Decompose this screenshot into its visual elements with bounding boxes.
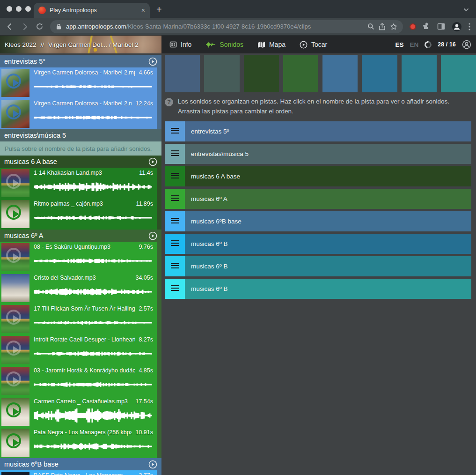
track-row[interactable]: entrevistas 5º (165, 121, 471, 141)
sidebar-section-header[interactable]: entrevistas 5° (0, 55, 161, 67)
bookmark-star-icon[interactable] (390, 23, 397, 30)
track-drag-handle[interactable] (165, 166, 185, 186)
track-row[interactable]: musicas 6º A (165, 189, 471, 209)
palette-swatch[interactable] (362, 55, 397, 92)
track-name-button[interactable]: entrevistas 5º (185, 121, 471, 141)
language-es-button[interactable]: ES (395, 41, 403, 48)
section-play-button[interactable] (148, 231, 157, 240)
track-name-button[interactable]: musicas 6 A base (185, 166, 471, 186)
window-minimize-button[interactable] (16, 6, 22, 12)
forward-button[interactable] (21, 22, 29, 31)
share-icon[interactable] (379, 23, 386, 30)
clip-item[interactable]: Virgen Carmen Dolorosa - Maribel 2.mp34.… (0, 67, 157, 98)
sidebar-section-header[interactable]: entrevistas\música 5 (0, 129, 161, 141)
clip-item[interactable]: Ritmo palmas _ cajón.mp311.89s (0, 199, 157, 230)
browser-menu-kebab-icon[interactable] (469, 23, 470, 30)
browser-tab[interactable]: Play Antropoloops × (34, 3, 150, 18)
clip-waveform[interactable] (34, 438, 153, 456)
track-row[interactable]: musicas 6 A base (165, 166, 471, 186)
palette-swatch[interactable] (283, 55, 318, 92)
track-drag-handle[interactable] (165, 121, 185, 141)
side-panel-icon[interactable] (437, 22, 445, 30)
clip-thumbnail-player[interactable] (1, 243, 29, 271)
track-drag-handle[interactable] (165, 211, 185, 231)
reload-button[interactable] (36, 22, 44, 30)
palette-swatch[interactable] (402, 55, 437, 92)
clip-waveform[interactable] (34, 252, 153, 271)
clip-item[interactable]: 17 Till Flickan Som Är Tusen År-Halling … (0, 304, 157, 334)
palette-swatch[interactable] (441, 55, 476, 92)
palette-swatch[interactable] (244, 55, 279, 92)
track-name-button[interactable]: entrevistas\música 5 (185, 144, 471, 164)
sidebar-section-header[interactable]: musicas 6ºB base (0, 458, 161, 470)
clip-waveform[interactable] (34, 178, 153, 197)
track-name-button[interactable]: musicas 6º B (185, 256, 471, 276)
clip-waveform[interactable] (34, 314, 153, 333)
account-icon[interactable] (462, 40, 471, 49)
clip-thumbnail-player[interactable] (1, 169, 29, 197)
track-name-button[interactable]: musicas 6ºB base (185, 211, 471, 231)
clip-waveform[interactable] (34, 78, 153, 96)
nav-item-tocar[interactable]: Tocar (300, 41, 327, 49)
back-button[interactable] (6, 22, 14, 31)
address-bar[interactable]: app.antropoloops.com/Kleos-Santa-Marina/… (50, 20, 403, 33)
language-en-button[interactable]: EN (410, 41, 418, 48)
extensions-puzzle-icon[interactable] (423, 22, 431, 30)
track-row[interactable]: musicas 6ºB base (165, 211, 471, 231)
section-play-button[interactable] (148, 57, 157, 66)
clip-thumbnail-dog[interactable] (1, 398, 29, 426)
track-drag-handle[interactable] (165, 256, 185, 276)
clip-item[interactable]: Virgen Carmen Dolorosa - Maribel 2.mp312… (0, 98, 157, 129)
track-row[interactable]: musicas 6º B (165, 256, 471, 276)
clip-waveform[interactable] (34, 407, 153, 425)
clip-item[interactable]: Introit Rorate Caeli Desuper - Lionheart… (0, 334, 157, 365)
new-tab-button[interactable]: + (156, 5, 162, 14)
clip-thumbnail-player[interactable] (1, 305, 29, 333)
clip-waveform[interactable] (34, 283, 153, 302)
tab-close-icon[interactable]: × (141, 7, 145, 14)
track-row[interactable]: musicas 6º B (165, 279, 471, 299)
map-preview-thumbnail[interactable]: Kleos 2022 // Virgen Carmen Dol... / Mar… (0, 36, 161, 53)
palette-swatch[interactable] (322, 55, 358, 92)
section-play-button[interactable] (148, 460, 157, 469)
breadcrumb-trail[interactable]: Virgen Carmen Dol... / Maribel 2 (48, 41, 139, 48)
clip-waveform[interactable] (34, 209, 153, 228)
clip-thumbnail-balcony[interactable] (1, 100, 29, 128)
window-zoom-button[interactable] (25, 6, 31, 12)
profile-avatar-icon[interactable] (452, 22, 462, 32)
track-drag-handle[interactable] (165, 234, 185, 254)
clip-thumbnail-balcony[interactable] (1, 69, 29, 97)
clip-item[interactable]: Carmen Carreto _ Castañuelas.mp317.54s (0, 396, 157, 427)
clip-waveform[interactable] (34, 345, 153, 364)
section-play-button[interactable] (148, 157, 157, 166)
clip-thumbnail-dog[interactable] (1, 429, 29, 457)
palette-swatch[interactable] (165, 55, 200, 92)
lock-icon[interactable] (56, 23, 62, 30)
tab-search-chevron-icon[interactable] (463, 7, 469, 15)
clip-thumbnail-dog[interactable] (1, 200, 29, 228)
clip-item[interactable]: Pata Negra - Los Managers (256 kbps).mp3… (0, 427, 157, 458)
track-drag-handle[interactable] (165, 279, 185, 299)
clip-thumbnail-dark[interactable] (1, 472, 29, 475)
palette-swatch[interactable] (204, 55, 239, 92)
zoom-magnifier-icon[interactable] (367, 23, 374, 30)
nav-item-mapa[interactable]: Mapa (257, 41, 286, 48)
clip-waveform[interactable] (34, 109, 153, 127)
recording-indicator-icon[interactable] (410, 23, 416, 30)
track-row[interactable]: musicas 6º B (165, 234, 471, 254)
track-name-button[interactable]: musicas 6º B (185, 234, 471, 254)
clip-thumbnail-player[interactable] (1, 367, 29, 395)
track-row[interactable]: entrevistas\música 5 (165, 144, 471, 164)
window-close-button[interactable] (7, 6, 12, 12)
clip-item[interactable]: 1-14 Khakasian Land.mp311.4s (0, 168, 157, 199)
sidebar-section-header[interactable]: musicas 6 A base (0, 156, 161, 168)
track-drag-handle[interactable] (165, 189, 185, 209)
clip-thumbnail-monkey[interactable] (1, 274, 29, 302)
nav-item-sonidos[interactable]: Sonidos (205, 41, 243, 48)
track-name-button[interactable]: musicas 6º B (185, 279, 471, 299)
sidebar-section-header[interactable]: musicas 6º A (0, 230, 161, 242)
track-name-button[interactable]: musicas 6º A (185, 189, 471, 209)
breadcrumb-project[interactable]: Kleos 2022 (5, 41, 37, 48)
nav-item-info[interactable]: Info (169, 41, 191, 48)
clip-item[interactable]: 03 - Jaromír Horák & Konrádyho dudácká .… (0, 365, 157, 396)
